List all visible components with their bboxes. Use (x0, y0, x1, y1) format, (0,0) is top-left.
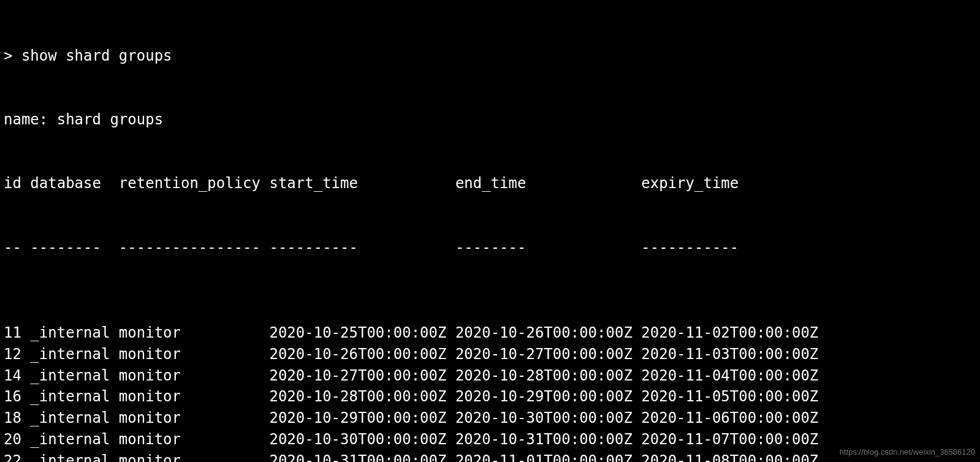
cell-id: 16 (4, 386, 30, 407)
table-body: 11_internalmonitor2020-10-25T00:00:00Z20… (4, 322, 976, 462)
cell-end-time: 2020-10-31T00:00:00Z (455, 429, 641, 450)
cell-retention-policy: monitor (119, 386, 270, 407)
cell-expiry-time: 2020-11-07T00:00:00Z (641, 429, 827, 450)
cell-database: _internal (30, 365, 118, 387)
sep-end-time: -------- (455, 237, 641, 259)
command-text: show shard groups (21, 45, 172, 67)
prompt: > (4, 45, 21, 67)
header-database: database (30, 173, 118, 194)
command-line: > show shard groups (4, 45, 976, 67)
cell-start-time: 2020-10-29T00:00:00Z (269, 407, 455, 429)
terminal-output[interactable]: > show shard groups name: shard groups i… (0, 0, 980, 462)
sep-start-time: ---------- (269, 237, 455, 259)
cell-database: _internal (30, 386, 118, 407)
table-header-row: iddatabaseretention_policystart_timeend_… (4, 173, 976, 194)
sep-id: -- (4, 237, 30, 259)
sep-retention-policy: ---------------- (119, 237, 270, 259)
cell-start-time: 2020-10-30T00:00:00Z (269, 429, 455, 450)
cell-retention-policy: monitor (119, 344, 270, 365)
result-name-line: name: shard groups (4, 109, 976, 131)
cell-end-time: 2020-10-29T00:00:00Z (455, 386, 641, 407)
cell-id: 11 (4, 322, 30, 344)
table-separator-row: ----------------------------------------… (4, 237, 976, 259)
sep-expiry-time: ----------- (641, 237, 827, 259)
cell-start-time: 2020-10-26T00:00:00Z (269, 344, 455, 365)
header-retention-policy: retention_policy (119, 173, 270, 194)
cell-start-time: 2020-10-31T00:00:00Z (269, 450, 455, 462)
cell-retention-policy: monitor (119, 429, 270, 450)
cell-end-time: 2020-10-30T00:00:00Z (455, 407, 641, 429)
cell-id: 14 (4, 365, 30, 387)
cell-database: _internal (30, 322, 118, 344)
header-id: id (4, 173, 30, 194)
cell-retention-policy: monitor (119, 407, 270, 429)
cell-retention-policy: monitor (119, 322, 270, 344)
cell-expiry-time: 2020-11-05T00:00:00Z (641, 386, 827, 407)
table-row: 20_internalmonitor2020-10-30T00:00:00Z20… (4, 429, 976, 450)
cell-id: 18 (4, 407, 30, 429)
result-name-label: name: (4, 109, 57, 131)
cell-expiry-time: 2020-11-04T00:00:00Z (641, 365, 827, 387)
table-row: 11_internalmonitor2020-10-25T00:00:00Z20… (4, 322, 976, 344)
cell-id: 20 (4, 429, 30, 450)
cell-start-time: 2020-10-25T00:00:00Z (269, 322, 455, 344)
cell-expiry-time: 2020-11-06T00:00:00Z (641, 407, 827, 429)
cell-database: _internal (30, 429, 118, 450)
cell-end-time: 2020-10-27T00:00:00Z (455, 344, 641, 365)
cell-expiry-time: 2020-11-08T00:00:00Z (641, 450, 827, 462)
header-start-time: start_time (269, 173, 455, 194)
cell-end-time: 2020-10-26T00:00:00Z (455, 322, 641, 344)
table-row: 16_internalmonitor2020-10-28T00:00:00Z20… (4, 386, 976, 407)
cell-database: _internal (30, 450, 118, 462)
cell-end-time: 2020-10-28T00:00:00Z (455, 365, 641, 387)
cell-expiry-time: 2020-11-02T00:00:00Z (641, 322, 827, 344)
watermark-text: https://blog.csdn.net/weixin_36586120 (840, 447, 975, 458)
cell-database: _internal (30, 407, 118, 429)
cell-id: 22 (4, 450, 30, 462)
cell-retention-policy: monitor (119, 450, 270, 462)
cell-retention-policy: monitor (119, 365, 270, 387)
result-name-value: shard groups (57, 109, 163, 131)
header-end-time: end_time (455, 173, 641, 194)
cell-id: 12 (4, 344, 30, 365)
table-row: 18_internalmonitor2020-10-29T00:00:00Z20… (4, 407, 976, 429)
sep-database: -------- (30, 237, 118, 259)
cell-start-time: 2020-10-27T00:00:00Z (269, 365, 455, 387)
table-row: 12_internalmonitor2020-10-26T00:00:00Z20… (4, 344, 976, 365)
table-row: 22_internalmonitor2020-10-31T00:00:00Z20… (4, 450, 976, 462)
table-row: 14_internalmonitor2020-10-27T00:00:00Z20… (4, 365, 976, 387)
cell-end-time: 2020-11-01T00:00:00Z (455, 450, 641, 462)
cell-expiry-time: 2020-11-03T00:00:00Z (641, 344, 827, 365)
header-expiry-time: expiry_time (641, 173, 827, 194)
cell-start-time: 2020-10-28T00:00:00Z (269, 386, 455, 407)
cell-database: _internal (30, 344, 118, 365)
